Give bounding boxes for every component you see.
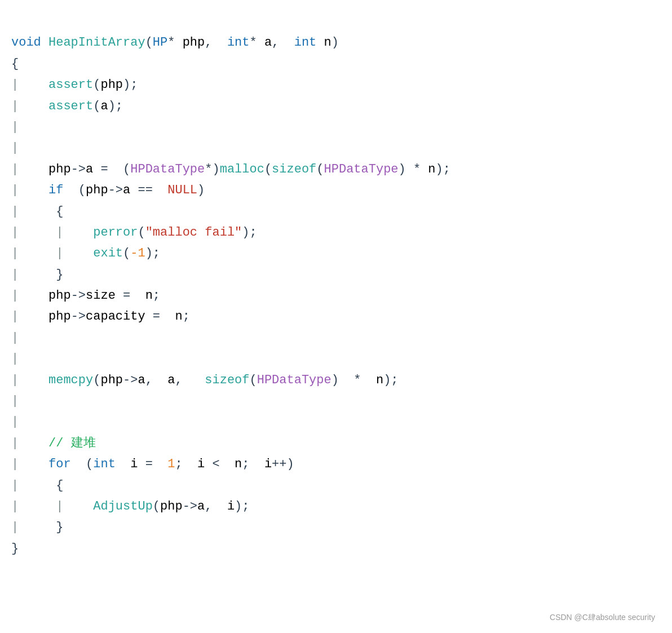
line-2: { [11,57,19,71]
line-7: | php->a = (HPDataType*)malloc(sizeof(HP… [11,162,450,176]
line-10: | | perror("malloc fail"); [11,225,257,240]
code-block: void HeapInitArray(HP* php, int* a, int … [11,11,655,581]
line-12: | } [11,268,63,282]
line-6: | [11,141,19,155]
line-8: | if (php->a == NULL) [11,183,205,197]
line-3: | assert(php); [11,78,138,92]
line-14: | php->capacity = n; [11,309,190,324]
watermark: CSDN @C肆absolute security [550,613,655,623]
line-22: | { [11,479,63,493]
line-20: | // 建堆 [11,436,96,450]
line-5: | [11,120,19,134]
line-21: | for (int i = 1; i < n; i++) [11,457,294,471]
code-container: void HeapInitArray(HP* php, int* a, int … [0,0,672,633]
line-17: | memcpy(php->a, a, sizeof(HPDataType) *… [11,373,399,387]
line-24: | } [11,520,63,534]
line-4: | assert(a); [11,99,123,113]
line-1: void HeapInitArray(HP* php, int* a, int … [11,36,339,50]
line-19: | [11,415,19,429]
line-11: | | exit(-1); [11,246,160,260]
line-18: | [11,394,19,408]
line-23: | | AdjustUp(php->a, i); [11,499,250,514]
line-25: } [11,542,19,556]
line-9: | { [11,205,63,219]
line-13: | php->size = n; [11,289,160,303]
line-16: | [11,352,19,366]
line-15: | [11,331,19,345]
